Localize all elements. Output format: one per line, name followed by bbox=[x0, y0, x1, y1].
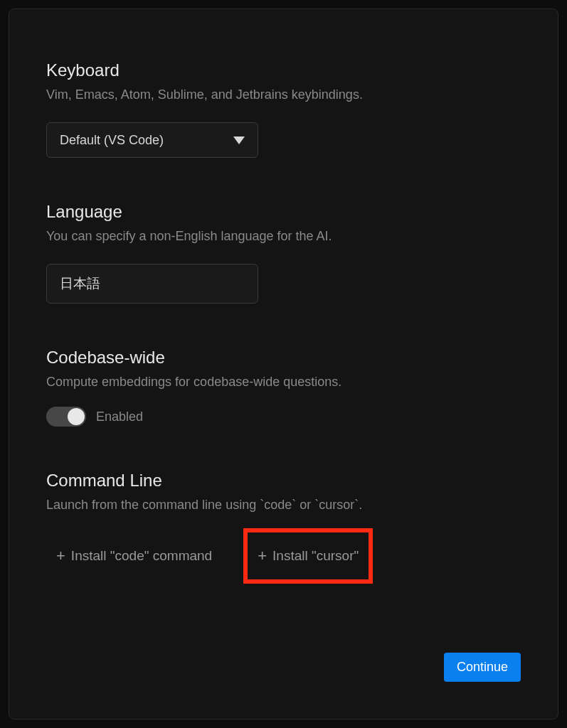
keyboard-title: Keyboard bbox=[46, 60, 521, 80]
plus-icon: + bbox=[258, 548, 267, 564]
command-line-desc: Launch from the command line using `code… bbox=[46, 498, 521, 513]
command-line-section: Command Line Launch from the command lin… bbox=[46, 471, 521, 584]
chevron-down-icon bbox=[233, 136, 245, 144]
toggle-knob bbox=[68, 408, 85, 425]
language-desc: You can specify a non-English language f… bbox=[46, 229, 521, 244]
settings-panel: Keyboard Vim, Emacs, Atom, Sublime, and … bbox=[9, 9, 558, 719]
command-line-title: Command Line bbox=[46, 471, 521, 491]
codebase-toggle-row: Enabled bbox=[46, 407, 521, 427]
install-cursor-label: Install "cursor" bbox=[272, 548, 359, 564]
language-input[interactable]: 日本語 bbox=[46, 264, 258, 304]
codebase-section: Codebase-wide Compute embeddings for cod… bbox=[46, 348, 521, 427]
keyboard-select-value: Default (VS Code) bbox=[60, 133, 164, 148]
cli-buttons-row: + Install "code" command + Install "curs… bbox=[46, 528, 521, 584]
codebase-toggle[interactable] bbox=[46, 407, 86, 427]
install-code-button[interactable]: + Install "code" command bbox=[46, 542, 222, 569]
install-cursor-button[interactable]: + Install "cursor" bbox=[243, 528, 373, 584]
codebase-toggle-label: Enabled bbox=[96, 410, 143, 424]
keyboard-select[interactable]: Default (VS Code) bbox=[46, 122, 258, 158]
language-section: Language You can specify a non-English l… bbox=[46, 202, 521, 304]
codebase-desc: Compute embeddings for codebase-wide que… bbox=[46, 375, 521, 390]
keyboard-section: Keyboard Vim, Emacs, Atom, Sublime, and … bbox=[46, 60, 521, 158]
install-code-label: Install "code" command bbox=[71, 548, 212, 564]
language-input-value: 日本語 bbox=[60, 274, 100, 293]
continue-button[interactable]: Continue bbox=[444, 653, 521, 682]
plus-icon: + bbox=[56, 548, 65, 564]
footer: Continue bbox=[46, 653, 521, 682]
language-title: Language bbox=[46, 202, 521, 222]
keyboard-desc: Vim, Emacs, Atom, Sublime, and Jetbrains… bbox=[46, 87, 521, 102]
codebase-title: Codebase-wide bbox=[46, 348, 521, 368]
